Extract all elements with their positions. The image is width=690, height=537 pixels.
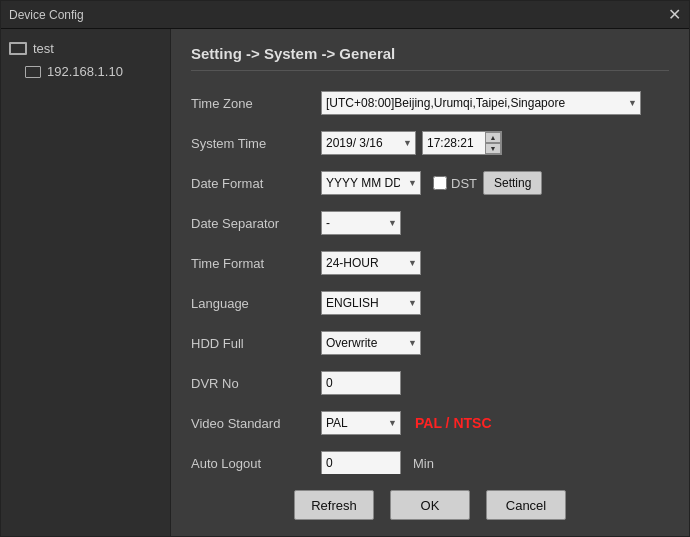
video-standard-row: Video Standard PAL PAL / NTSC <box>191 409 669 437</box>
timezone-select-wrapper: [UTC+08:00]Beijing,Urumqi,Taipei,Singapo… <box>321 91 641 115</box>
hdd-full-label: HDD Full <box>191 336 321 351</box>
dvr-no-control <box>321 371 401 395</box>
system-time-control: 2019/ 3/16 ▲ ▼ <box>321 131 502 155</box>
device-config-window: Device Config ✕ test 192.168.1.10 Settin… <box>0 0 690 537</box>
refresh-button[interactable]: Refresh <box>294 490 374 520</box>
monitor-icon <box>9 42 27 55</box>
dvr-no-input[interactable] <box>321 371 401 395</box>
button-row: Refresh OK Cancel <box>191 474 669 520</box>
spin-down-button[interactable]: ▼ <box>485 143 501 154</box>
hdd-full-control: Overwrite <box>321 331 421 355</box>
language-wrapper: ENGLISH <box>321 291 421 315</box>
spin-up-button[interactable]: ▲ <box>485 132 501 143</box>
pal-ntsc-label: PAL / NTSC <box>415 415 492 431</box>
main-panel: Setting -> System -> General Time Zone [… <box>171 29 689 536</box>
time-format-control: 24-HOUR <box>321 251 421 275</box>
dvr-no-row: DVR No <box>191 369 669 397</box>
sidebar-item-device[interactable]: test <box>1 37 170 60</box>
dst-checkbox[interactable] <box>433 176 447 190</box>
setting-button[interactable]: Setting <box>483 171 542 195</box>
auto-logout-row: Auto Logout Min <box>191 449 669 474</box>
form-section: Time Zone [UTC+08:00]Beijing,Urumqi,Taip… <box>191 89 669 474</box>
panel-breadcrumb: Setting -> System -> General <box>191 45 669 71</box>
sidebar-item-ip[interactable]: 192.168.1.10 <box>1 60 170 83</box>
system-time-row: System Time 2019/ 3/16 ▲ ▼ <box>191 129 669 157</box>
auto-logout-input[interactable] <box>321 451 401 474</box>
auto-logout-label: Auto Logout <box>191 456 321 471</box>
language-row: Language ENGLISH <box>191 289 669 317</box>
date-separator-label: Date Separator <box>191 216 321 231</box>
dst-checkbox-group: DST <box>433 176 477 191</box>
timezone-label: Time Zone <box>191 96 321 111</box>
date-separator-select[interactable]: - <box>321 211 401 235</box>
date-separator-wrapper: - <box>321 211 401 235</box>
date-separator-control: - <box>321 211 401 235</box>
time-format-row: Time Format 24-HOUR <box>191 249 669 277</box>
timezone-control: [UTC+08:00]Beijing,Urumqi,Taipei,Singapo… <box>321 91 641 115</box>
sidebar-device-label: test <box>33 41 54 56</box>
time-format-label: Time Format <box>191 256 321 271</box>
auto-logout-control: Min <box>321 451 434 474</box>
date-format-wrapper: YYYY MM DD <box>321 171 421 195</box>
time-format-select[interactable]: 24-HOUR <box>321 251 421 275</box>
system-date-select[interactable]: 2019/ 3/16 <box>321 131 416 155</box>
video-standard-label: Video Standard <box>191 416 321 431</box>
ok-button[interactable]: OK <box>390 490 470 520</box>
window-title: Device Config <box>9 8 84 22</box>
language-select[interactable]: ENGLISH <box>321 291 421 315</box>
video-standard-control: PAL PAL / NTSC <box>321 411 492 435</box>
hdd-full-wrapper: Overwrite <box>321 331 421 355</box>
dst-label: DST <box>451 176 477 191</box>
time-format-wrapper: 24-HOUR <box>321 251 421 275</box>
hdd-full-row: HDD Full Overwrite <box>191 329 669 357</box>
min-label: Min <box>413 456 434 471</box>
timezone-select[interactable]: [UTC+08:00]Beijing,Urumqi,Taipei,Singapo… <box>321 91 641 115</box>
video-standard-wrapper: PAL <box>321 411 401 435</box>
network-icon <box>25 66 41 78</box>
hdd-full-select[interactable]: Overwrite <box>321 331 421 355</box>
system-date-wrapper: 2019/ 3/16 <box>321 131 416 155</box>
language-label: Language <box>191 296 321 311</box>
date-format-row: Date Format YYYY MM DD DST Setting <box>191 169 669 197</box>
title-bar: Device Config ✕ <box>1 1 689 29</box>
spin-buttons: ▲ ▼ <box>485 132 501 154</box>
cancel-button[interactable]: Cancel <box>486 490 566 520</box>
date-format-select[interactable]: YYYY MM DD <box>321 171 421 195</box>
date-format-label: Date Format <box>191 176 321 191</box>
system-time-spin: ▲ ▼ <box>422 131 502 155</box>
close-button[interactable]: ✕ <box>668 7 681 23</box>
system-time-label: System Time <box>191 136 321 151</box>
sidebar: test 192.168.1.10 <box>1 29 171 536</box>
video-standard-select[interactable]: PAL <box>321 411 401 435</box>
content-area: test 192.168.1.10 Setting -> System -> G… <box>1 29 689 536</box>
dvr-no-label: DVR No <box>191 376 321 391</box>
date-separator-row: Date Separator - <box>191 209 669 237</box>
timezone-row: Time Zone [UTC+08:00]Beijing,Urumqi,Taip… <box>191 89 669 117</box>
sidebar-ip-label: 192.168.1.10 <box>47 64 123 79</box>
date-format-control: YYYY MM DD DST Setting <box>321 171 542 195</box>
language-control: ENGLISH <box>321 291 421 315</box>
